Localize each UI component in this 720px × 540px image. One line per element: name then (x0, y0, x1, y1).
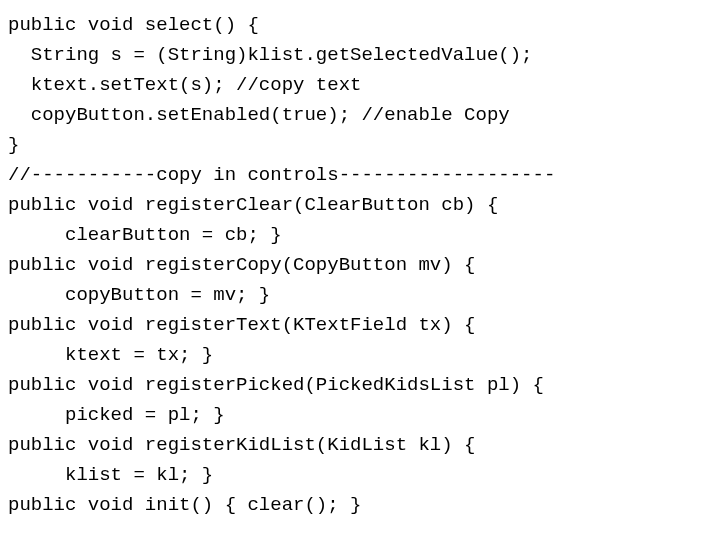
code-line: String s = (String)klist.getSelectedValu… (8, 44, 533, 66)
code-line: copyButton.setEnabled(true); //enable Co… (8, 104, 510, 126)
code-line: public void registerKidList(KidList kl) … (8, 434, 475, 456)
code-line: copyButton = mv; } (8, 284, 270, 306)
code-line: public void select() { (8, 14, 259, 36)
code-snippet: public void select() { String s = (Strin… (0, 0, 720, 530)
code-line: public void registerPicked(PickedKidsLis… (8, 374, 544, 396)
code-line: public void init() { clear(); } (8, 494, 361, 516)
code-line: public void registerClear(ClearButton cb… (8, 194, 498, 216)
code-line: clearButton = cb; } (8, 224, 282, 246)
code-line: public void registerCopy(CopyButton mv) … (8, 254, 475, 276)
code-line: public void registerText(KTextField tx) … (8, 314, 475, 336)
code-line: //-----------copy in controls-----------… (8, 164, 555, 186)
code-line: ktext.setText(s); //copy text (8, 74, 361, 96)
code-line: picked = pl; } (8, 404, 225, 426)
code-line: ktext = tx; } (8, 344, 213, 366)
code-line: } (8, 134, 19, 156)
code-line: klist = kl; } (8, 464, 213, 486)
